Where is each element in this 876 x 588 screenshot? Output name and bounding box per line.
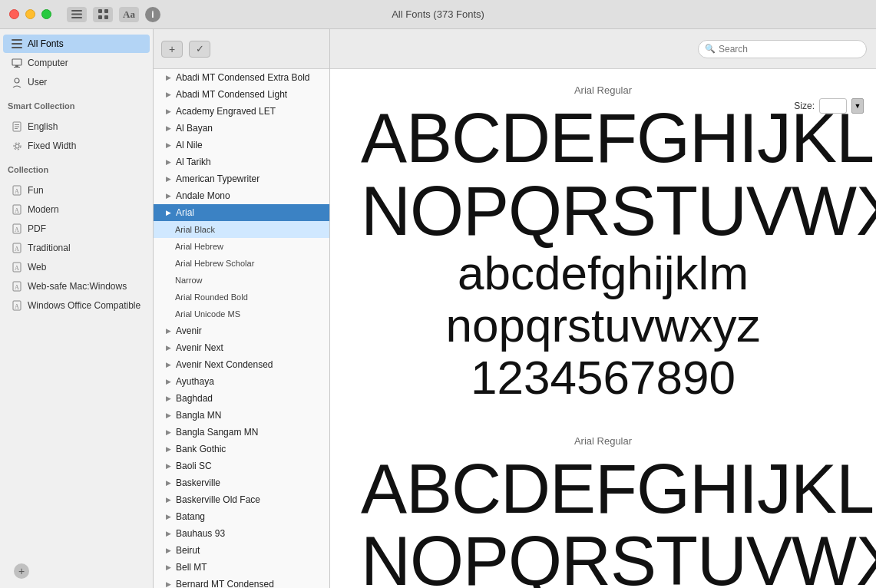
svg-text:A: A	[15, 226, 19, 233]
sidebar-toggle-icon[interactable]	[67, 7, 87, 22]
sidebar-item-web-safe[interactable]: A Web-safe Mac:Windows	[3, 277, 150, 296]
font-name-label: Avenir Next Condensed	[176, 359, 273, 370]
font-preview-icon[interactable]: Aa	[119, 7, 139, 22]
maximize-button[interactable]	[41, 9, 51, 19]
collection-header: Collection	[0, 160, 153, 176]
font-sublist-item-arial-hebrew[interactable]: Arial Hebrew	[154, 238, 329, 255]
traffic-lights	[9, 9, 51, 19]
font-list-item[interactable]: ▶ Baskerville	[154, 474, 329, 491]
font-list-item[interactable]: ▶ Batang	[154, 508, 329, 525]
font-list-item[interactable]: ▶ Bank Gothic	[154, 441, 329, 458]
sidebar-item-user[interactable]: User	[3, 73, 150, 91]
chevron-icon: ▶	[166, 530, 171, 537]
sidebar-item-label: PDF	[28, 223, 46, 234]
svg-text:A: A	[15, 265, 19, 272]
font-list-item[interactable]: ▶ Beirut	[154, 542, 329, 559]
check-button[interactable]: ✓	[189, 41, 210, 58]
sidebar-item-modern[interactable]: A Modern	[3, 200, 150, 219]
font-list-item[interactable]: ▶ Bangla MN	[154, 407, 329, 424]
font-list-item[interactable]: ▶ Abadi MT Condensed Light	[154, 86, 329, 103]
font-list-item[interactable]: ▶ Al Tarikh	[154, 154, 329, 170]
font-list-item[interactable]: ▶ Baskerville Old Face	[154, 491, 329, 508]
svg-rect-4	[104, 9, 108, 13]
font-name-label: Bank Gothic	[176, 444, 226, 454]
font-sublist-item-arial-hebrew-scholar[interactable]: Arial Hebrew Scholar	[154, 255, 329, 272]
collection-section: A Fun A Modern A PDF A Traditiona	[0, 176, 153, 320]
grid-view-icon[interactable]	[93, 7, 113, 22]
preview-section-2: Arial Regular ABCDEFGHIJKLM NOPQRSTUVWXY…	[361, 435, 845, 588]
font-list-item[interactable]: ▶ Andale Mono	[154, 187, 329, 204]
font-doc-icon: A	[11, 261, 23, 273]
font-list-item-arial[interactable]: ▶ Arial	[154, 204, 329, 221]
font-list-item[interactable]: ▶ American Typewriter	[154, 170, 329, 187]
chevron-icon: ▶	[166, 327, 171, 335]
chevron-icon: ▶	[166, 124, 171, 132]
chevron-icon: ▶	[166, 580, 171, 588]
font-list-item[interactable]: ▶ Bauhaus 93	[154, 525, 329, 542]
sidebar-item-traditional[interactable]: A Traditional	[3, 239, 150, 257]
font-list-item[interactable]: ▶ Academy Engraved LET	[154, 103, 329, 120]
svg-rect-12	[14, 67, 20, 68]
font-name-label: Abadi MT Condensed Light	[176, 89, 287, 100]
font-name-label: Al Nile	[176, 140, 203, 150]
font-list-item[interactable]: ▶ Avenir Next	[154, 339, 329, 356]
sidebar-item-english[interactable]: English	[3, 117, 150, 136]
sidebar-item-all-fonts[interactable]: All Fonts	[3, 35, 150, 53]
main-layout: All Fonts Computer User Smart Collection	[0, 29, 876, 588]
sidebar: All Fonts Computer User Smart Collection	[0, 29, 154, 588]
font-doc-icon: A	[11, 280, 23, 292]
chevron-icon: ▶	[166, 547, 171, 554]
svg-rect-17	[15, 128, 18, 129]
font-list-item[interactable]: ▶ Avenir	[154, 322, 329, 339]
sidebar-item-web[interactable]: A Web	[3, 258, 150, 276]
svg-point-19	[14, 143, 21, 150]
font-list-item[interactable]: ▶ Avenir Next Condensed	[154, 356, 329, 373]
font-list-item[interactable]: ▶ Bernard MT Condensed	[154, 576, 329, 588]
font-list-item[interactable]: ▶ Abadi MT Condensed Extra Bold	[154, 69, 329, 86]
font-list-item[interactable]: ▶ Bangla Sangam MN	[154, 424, 329, 441]
font-list[interactable]: ▶ Abadi MT Condensed Extra Bold ▶ Abadi …	[154, 69, 329, 588]
chevron-icon: ▶	[166, 462, 171, 470]
font-list-item[interactable]: ▶ Al Bayan	[154, 120, 329, 137]
info-icon[interactable]: i	[145, 7, 160, 22]
add-font-button[interactable]: +	[161, 41, 183, 58]
add-collection-button[interactable]: +	[14, 563, 29, 579]
sidebar-item-label: Computer	[28, 58, 68, 68]
smart-collection-header: Smart Collection	[0, 97, 153, 112]
preview-toolbar: 🔍	[330, 29, 876, 69]
close-button[interactable]	[9, 9, 19, 19]
chevron-icon: ▶	[166, 395, 171, 402]
font-list-item[interactable]: ▶ Baoli SC	[154, 458, 329, 474]
svg-point-13	[15, 78, 19, 83]
sidebar-item-label: Fun	[28, 185, 44, 196]
font-name-label: Avenir	[176, 325, 202, 336]
font-sublist-item-arial-rounded[interactable]: Arial Rounded Bold	[154, 289, 329, 306]
preview-content: Arial Regular ABCDEFGHIJKLM NOPQRSTUVWXY…	[330, 69, 876, 588]
sidebar-item-computer[interactable]: Computer	[3, 54, 150, 72]
font-sublist-item-arial-black[interactable]: Arial Black	[154, 221, 329, 238]
svg-text:A: A	[15, 303, 19, 310]
font-name-label: Bangla Sangam MN	[176, 427, 258, 438]
search-input[interactable]	[719, 44, 860, 55]
font-doc-icon: A	[11, 242, 23, 254]
font-list-item[interactable]: ▶ Al Nile	[154, 137, 329, 154]
svg-rect-1	[71, 14, 82, 15]
font-list-item[interactable]: ▶ Bell MT	[154, 559, 329, 576]
size-dropdown-button[interactable]: ▼	[851, 98, 864, 114]
person-icon	[11, 76, 23, 88]
sidebar-item-pdf[interactable]: A PDF	[3, 220, 150, 238]
font-sublist-item-arial-narrow[interactable]: Narrow	[154, 272, 329, 289]
chevron-icon: ▶	[166, 428, 171, 436]
svg-text:A: A	[15, 188, 19, 195]
search-bar[interactable]: 🔍	[698, 40, 867, 58]
window-title: All Fonts (373 Fonts)	[392, 8, 484, 20]
sidebar-item-fixed-width[interactable]: Fixed Width	[3, 137, 150, 155]
sidebar-item-fun[interactable]: A Fun	[3, 181, 150, 200]
preview-uppercase-3: ABCDEFGHIJKLM	[361, 453, 845, 526]
font-sublist-item-arial-unicode[interactable]: Arial Unicode MS	[154, 306, 329, 322]
font-list-item[interactable]: ▶ Baghdad	[154, 390, 329, 407]
font-list-item[interactable]: ▶ Ayuthaya	[154, 373, 329, 390]
minimize-button[interactable]	[25, 9, 35, 19]
sidebar-item-windows[interactable]: A Windows Office Compatible	[3, 296, 150, 315]
size-input[interactable]: 64	[819, 98, 847, 114]
